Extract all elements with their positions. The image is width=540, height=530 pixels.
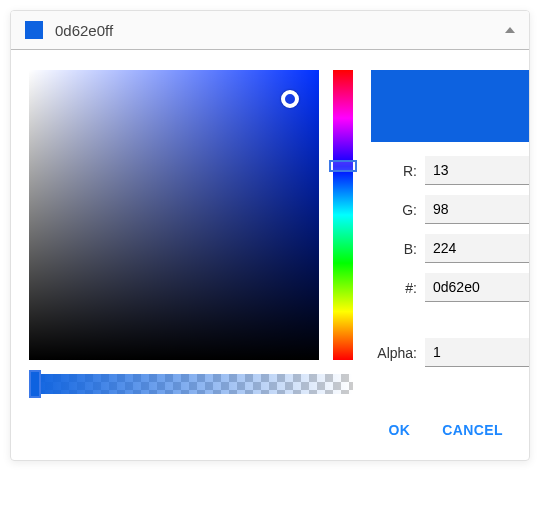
input-g[interactable] — [425, 195, 530, 224]
color-picker-panel: 0d62e0ff R: — [10, 10, 530, 461]
picker-left-column — [29, 70, 353, 394]
header-hex-text: 0d62e0ff — [55, 22, 505, 39]
cancel-button[interactable]: CANCEL — [438, 416, 507, 444]
rgb-fields: R: G: B: #: Alpha: — [371, 156, 530, 367]
hue-slider[interactable] — [333, 70, 353, 360]
field-row-r: R: — [371, 156, 530, 185]
picker-right-column: R: G: B: #: Alpha: — [371, 70, 530, 394]
hue-handle-icon[interactable] — [329, 160, 357, 172]
input-b[interactable] — [425, 234, 530, 263]
color-preview-swatch — [371, 70, 530, 142]
saturation-value-panel[interactable] — [29, 70, 319, 360]
label-r: R: — [371, 163, 417, 179]
field-row-b: B: — [371, 234, 530, 263]
header-swatch — [25, 21, 43, 39]
ok-button[interactable]: OK — [384, 416, 414, 444]
field-row-g: G: — [371, 195, 530, 224]
input-r[interactable] — [425, 156, 530, 185]
color-picker-header[interactable]: 0d62e0ff — [11, 11, 529, 50]
input-alpha[interactable] — [425, 338, 530, 367]
alpha-handle-icon[interactable] — [29, 370, 41, 398]
label-b: B: — [371, 241, 417, 257]
field-row-hex: #: — [371, 273, 530, 302]
label-alpha: Alpha: — [371, 345, 417, 361]
input-hex[interactable] — [425, 273, 530, 302]
sv-handle-icon[interactable] — [281, 90, 299, 108]
alpha-slider[interactable] — [29, 374, 353, 394]
label-hex: #: — [371, 280, 417, 296]
color-picker-body: R: G: B: #: Alpha: — [11, 50, 529, 410]
field-row-alpha: Alpha: — [371, 338, 530, 367]
label-g: G: — [371, 202, 417, 218]
sv-hue-row — [29, 70, 353, 360]
dialog-actions: OK CANCEL — [11, 410, 529, 460]
collapse-chevron-icon[interactable] — [505, 27, 515, 33]
